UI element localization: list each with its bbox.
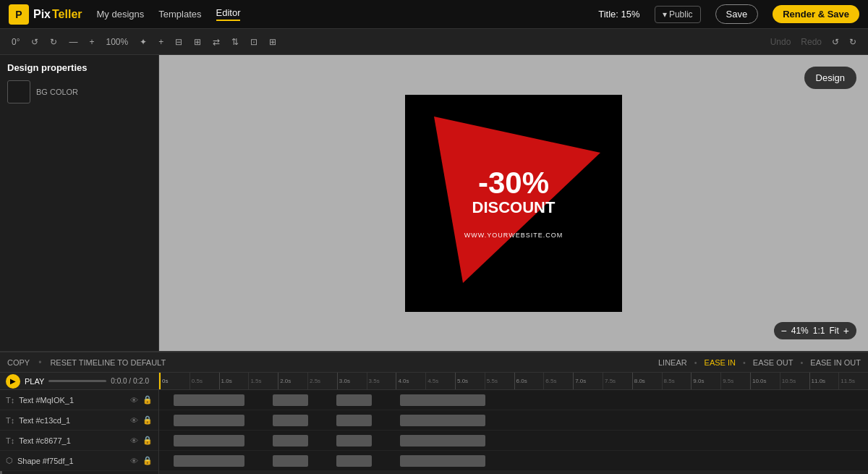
track-bar-s1-a[interactable]	[174, 455, 244, 467]
nav-editor[interactable]: Editor	[216, 7, 241, 21]
timeline-ease-controls: LINEAR • EASE IN • EASE OUT • EASE IN OU…	[658, 358, 861, 367]
tick-6: 6.0s	[514, 373, 544, 389]
dash-tool: —	[66, 35, 80, 48]
tick-0: 0s	[159, 373, 190, 389]
ease-in-label[interactable]: EASE IN	[705, 358, 736, 367]
layer-row-text2: T↕ Text #c13cd_1 👁 🔒	[0, 410, 158, 431]
track-bar-t1-d[interactable]	[400, 394, 485, 406]
eye-icon-4[interactable]: 👁	[130, 457, 138, 465]
align-v[interactable]: ⊞	[191, 35, 204, 48]
copy-button[interactable]: COPY	[7, 358, 30, 367]
layer-label-text1: Text #MqIOK_1	[19, 396, 126, 405]
track-bar-s1-d[interactable]	[400, 455, 485, 467]
eye-icon-2[interactable]: 👁	[130, 416, 138, 425]
tick-2-5: 2.5s	[307, 373, 337, 389]
render-save-button[interactable]: Render & Save	[773, 5, 859, 23]
timeline-labels: T↕ Text #MqIOK_1 👁 🔒 T↕ Text #c13cd_1 👁 …	[0, 390, 159, 474]
plus-tool2[interactable]: +	[156, 35, 166, 48]
play-time: 0:0.0 / 0:2.0	[111, 377, 149, 385]
track-bar-t2-d[interactable]	[400, 415, 485, 426]
lock-icon-4[interactable]: 🔒	[142, 456, 153, 465]
linear-label[interactable]: LINEAR	[658, 358, 687, 367]
zoom-in-button[interactable]: +	[843, 325, 849, 337]
redo-button[interactable]: Redo	[798, 35, 825, 48]
rotate-tool[interactable]: 0°	[9, 35, 22, 48]
track-bar-t3-a[interactable]	[174, 435, 244, 447]
sparkle-tool[interactable]: ✦	[137, 35, 150, 48]
lock-icon-2[interactable]: 🔒	[142, 415, 153, 425]
eye-icon-1[interactable]: 👁	[130, 396, 138, 405]
nav-templates[interactable]: Templates	[158, 9, 201, 20]
tick-2: 2.0s	[278, 373, 307, 389]
track-bar-t1-b[interactable]	[273, 394, 308, 406]
website-text: WWW.YOURWEBSITE.COM	[464, 232, 563, 239]
tick-7: 7.0s	[573, 373, 603, 389]
layer-row-text1: T↕ Text #MqIOK_1 👁 🔒	[0, 390, 158, 410]
plus-tool[interactable]: +	[86, 35, 97, 48]
flip-v[interactable]: ⇅	[229, 35, 242, 48]
undo-icon[interactable]: ↺	[28, 35, 41, 48]
logo-pix: Pix	[33, 8, 51, 21]
canvas-area: -30% DISCOUNT WWW.YOURWEBSITE.COM Design…	[159, 55, 868, 351]
track-bar-t2-c[interactable]	[336, 415, 372, 426]
play-progress-bar[interactable]	[48, 380, 106, 382]
track-bar-t1-a[interactable]	[174, 394, 244, 406]
track-bar-s1-c[interactable]	[336, 455, 372, 467]
layer-row-shape: ⬡ Shape #f75df_1 👁 🔒	[0, 451, 158, 471]
ease-in-out-label[interactable]: EASE IN OUT	[810, 358, 861, 367]
layer-label-shape: Shape #f75df_1	[17, 457, 126, 465]
track-bar-s1-b[interactable]	[273, 455, 308, 467]
eye-icon-3[interactable]: 👁	[130, 436, 138, 445]
undo-button[interactable]: Undo	[767, 35, 794, 48]
main-layout: Design properties BG COLOR -30% DISCOUNT…	[0, 55, 868, 351]
left-panel: Design properties BG COLOR	[0, 55, 159, 351]
track-bar-t3-d[interactable]	[400, 435, 485, 447]
save-button[interactable]: Save	[715, 4, 759, 24]
title-display: Title: 15%	[598, 9, 639, 20]
lock-icon-3[interactable]: 🔒	[142, 436, 153, 445]
top-nav: P Pix Teller My designs Templates Editor…	[0, 0, 868, 29]
logo: P Pix Teller	[9, 4, 82, 25]
track-bar-t2-b[interactable]	[273, 415, 308, 426]
track-bar-t3-b[interactable]	[273, 435, 308, 447]
lock-icon-1[interactable]: 🔒	[142, 395, 153, 405]
discount-percentage: -30%	[478, 168, 549, 198]
zoom-out-button[interactable]: −	[781, 325, 787, 337]
text-icon-3: T↕	[6, 436, 14, 445]
bg-color-section: BG COLOR	[7, 80, 151, 103]
tick-5: 5.0s	[455, 373, 485, 389]
track-shape	[159, 451, 868, 471]
align-h[interactable]: ⊟	[172, 35, 185, 48]
track-video	[159, 471, 868, 474]
play-button[interactable]: ▶	[6, 374, 20, 389]
reset-button[interactable]: RESET TIMELINE TO DEFAULT	[50, 358, 166, 367]
track-bar-t2-a[interactable]	[174, 415, 244, 426]
undo-arrow[interactable]: ↺	[829, 35, 842, 48]
redo-arrow[interactable]: ↻	[846, 35, 859, 48]
nav-my-designs[interactable]: My designs	[97, 9, 145, 20]
tick-3-5: 3.5s	[367, 373, 396, 389]
track-text3	[159, 431, 868, 451]
redo-icon-toolbar[interactable]: ↻	[47, 35, 60, 48]
design-canvas[interactable]: -30% DISCOUNT WWW.YOURWEBSITE.COM	[405, 95, 622, 312]
fit-label[interactable]: Fit	[829, 326, 838, 336]
ease-out-label[interactable]: EASE OUT	[753, 358, 793, 367]
ruler-ticks: 0s 0.5s 1.0s 1.5s 2.0s 2.5s 3.0s 3.5s 4.…	[159, 373, 868, 389]
track-bar-t3-c[interactable]	[336, 435, 372, 447]
text-icon-2: T↕	[6, 416, 14, 425]
layer-label-text3: Text #c8677_1	[19, 436, 126, 445]
visibility-button[interactable]: ▾ Public	[655, 6, 701, 23]
chart-tool[interactable]: ⊞	[266, 35, 279, 48]
track-text1	[159, 390, 868, 410]
zoom-display: 100%	[103, 35, 132, 48]
design-button[interactable]: Design	[804, 67, 856, 89]
panel-title: Design properties	[7, 62, 151, 73]
toolbar: 0° ↺ ↻ — + 100% ✦ + ⊟ ⊞ ⇄ ⇅ ⊡ ⊞ Undo Red…	[0, 29, 868, 55]
tick-9-5: 9.5s	[720, 373, 750, 389]
grid-tool[interactable]: ⊡	[247, 35, 260, 48]
layer-row-video[interactable]: ☐ Video Background	[0, 471, 158, 474]
bg-color-swatch[interactable]	[7, 80, 30, 103]
track-bar-t1-c[interactable]	[336, 394, 372, 406]
track-text2	[159, 410, 868, 431]
flip-h[interactable]: ⇄	[210, 35, 223, 48]
